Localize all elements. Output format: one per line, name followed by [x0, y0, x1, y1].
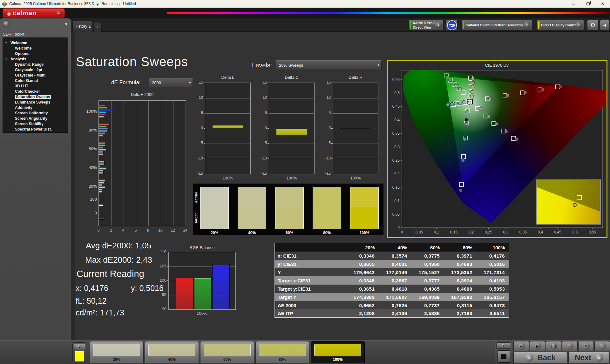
- minimize-button[interactable]: –: [566, 0, 581, 8]
- sidebar-item-color-gamut[interactable]: Color Gamut: [3, 78, 68, 84]
- meter-device-button[interactable]: X-Rite i1Pro 3 Direct View ▼: [409, 20, 444, 30]
- chevron-down-icon[interactable]: ▼: [435, 22, 442, 28]
- svg-text:0,35: 0,35: [392, 131, 400, 136]
- sidebar-item-3d-lut[interactable]: 3D LUT: [3, 84, 68, 89]
- table-cell: 173,5352: [444, 268, 477, 276]
- tab-add-button[interactable]: +: [93, 22, 102, 32]
- deltae-bar: [99, 105, 105, 107]
- pattern-button-80[interactable]: 80%: [255, 341, 309, 363]
- sidebar-item-grayscale-2pt[interactable]: Grayscale - 2pt: [3, 67, 68, 73]
- transport-play-button[interactable]: ▶: [530, 341, 545, 351]
- pattern-button-100[interactable]: 100%: [311, 341, 365, 363]
- restore-button[interactable]: [581, 0, 595, 8]
- deltae-group-label: 0: [83, 211, 97, 215]
- de-formula-label: dE Formula:: [111, 79, 141, 86]
- current-x: x: 0,4176: [76, 284, 108, 293]
- sidebar-item-screen-uniformity[interactable]: Screen Uniformity: [3, 111, 68, 116]
- window-title: Calman 2025 Calman Ultimate for Business…: [9, 2, 136, 6]
- swatch-20: [200, 187, 229, 229]
- delta-c-y-tick: -15: [258, 171, 267, 176]
- transport-stop-button[interactable]: ■: [513, 341, 529, 351]
- svg-text:0,55: 0,55: [392, 78, 400, 82]
- expander-icon[interactable]: ▾: [5, 57, 7, 62]
- sidebar-item-screen-stability[interactable]: Screen Stability: [3, 121, 68, 127]
- deltae-group-20: 20%: [99, 179, 186, 193]
- settings-button[interactable]: ⚙: [587, 20, 599, 30]
- pattern-window-button[interactable]: [498, 350, 510, 363]
- sidebar-item-saturation-sweeps[interactable]: Saturation Sweeps: [3, 94, 68, 100]
- sidebar-item-grayscale-multi[interactable]: Grayscale - Multi: [3, 73, 68, 78]
- pattern-button-60[interactable]: 60%: [200, 341, 254, 363]
- sidebar-item-welcome[interactable]: Welcome: [3, 46, 68, 51]
- delta-c-y-tick: 0: [258, 126, 267, 130]
- back-chevrons-icon: «: [525, 354, 533, 362]
- avg-de2000: Avg dE2000: 1,05: [86, 241, 151, 251]
- sidebar-item-options[interactable]: Options: [3, 51, 68, 57]
- svg-text:0,4: 0,4: [538, 230, 543, 234]
- table-row-target-y-cie31: Target y:CIE310,36510,40180,43650,46900,…: [275, 285, 509, 293]
- transport-series-button[interactable]: [··]: [546, 341, 561, 351]
- pattern-up-button[interactable]: ▲: [74, 344, 85, 350]
- deltae-x-tick: 0: [95, 228, 102, 233]
- deltae-bar: [99, 163, 105, 165]
- sidebar-item-dynamic-range[interactable]: Dynamic Range: [3, 62, 68, 67]
- table-cell: 0,3974: [444, 276, 477, 285]
- levels-dropdown[interactable]: 20% Sweeps ▼: [276, 60, 382, 70]
- sidebar-item-colorchecker[interactable]: ColorChecker: [3, 89, 68, 94]
- swatch-actual: [313, 187, 341, 207]
- close-button[interactable]: ×: [595, 0, 610, 8]
- meter-count-badge[interactable]: 720: [447, 20, 457, 30]
- panel-collapse-button[interactable]: ◀: [600, 20, 609, 30]
- chevron-down-icon[interactable]: ▼: [56, 10, 62, 16]
- chevron-down-icon[interactable]: ▼: [576, 22, 582, 28]
- svg-text:CIE 1976 u'v': CIE 1976 u'v': [485, 63, 510, 68]
- pattern-button-20[interactable]: 20%: [90, 341, 144, 363]
- delta-c-x-label: 100%: [269, 176, 315, 180]
- rgb-y-tick: 90: [157, 307, 166, 311]
- deltae-bar: [99, 116, 104, 118]
- sidebar: ◀ SDR Toolkit ▾WelcomeWelcomeOptions▾Ana…: [0, 18, 71, 340]
- sidebar-item-additivity[interactable]: Additivity: [3, 105, 68, 111]
- tab-history-1[interactable]: History 1: [72, 20, 93, 32]
- display-control-button[interactable]: Direct Display Control ▼: [537, 20, 584, 30]
- active-pattern-preview[interactable]: [75, 351, 84, 361]
- de-formula-dropdown[interactable]: 2000 ▼: [149, 78, 193, 87]
- table-col-header: 100%: [477, 243, 509, 252]
- delta-h-title: Delta H: [333, 75, 378, 80]
- pattern-swatch: [204, 344, 251, 356]
- transport-up-button[interactable]: ▲: [496, 342, 511, 349]
- sidebar-collapse-button[interactable]: ◀: [63, 20, 69, 27]
- table-col-header: 60%: [412, 243, 444, 252]
- chevron-down-icon[interactable]: ▼: [524, 22, 530, 28]
- blank-icon: [599, 343, 606, 350]
- deltae-bar: [99, 168, 106, 170]
- deltae-group-label: 20%: [83, 184, 97, 189]
- pattern-generator-button[interactable]: CalMAN Client 3 Pattern Generator ▼: [461, 20, 532, 30]
- table-cell: 0,8115: [444, 301, 477, 309]
- sidebar-item-spectral-power-dist[interactable]: Spectral Power Dist.: [3, 127, 68, 132]
- next-button[interactable]: Next »: [568, 352, 610, 363]
- de-formula-value: 2000: [149, 80, 161, 85]
- delta-h-x-label: 100%: [333, 176, 378, 180]
- delta-h-chart: [333, 83, 378, 174]
- sidebar-item-luminance-sweeps[interactable]: Luminance Sweeps: [3, 100, 68, 105]
- logo-row: ◈ calman ▼: [0, 8, 610, 18]
- sidebar-section-analysis[interactable]: ▾Analysis: [3, 57, 68, 62]
- pattern-button-40[interactable]: 40%: [145, 341, 199, 363]
- expander-icon[interactable]: ▾: [5, 40, 7, 46]
- deltae-x-tick: 8: [145, 228, 151, 233]
- sidebar-item-screen-angularity[interactable]: Screen Angularity: [3, 116, 68, 121]
- back-button[interactable]: « Back: [513, 352, 567, 363]
- transport-button-blank[interactable]: [594, 341, 610, 351]
- sidebar-options-button[interactable]: [3, 20, 10, 27]
- delta-c-y-tick: 5: [258, 111, 267, 115]
- calman-menu-button[interactable]: ◈ calman ▼: [3, 8, 65, 18]
- delta-l-y-tick: -5: [194, 141, 203, 145]
- delta-h-y-tick: 15: [322, 80, 331, 84]
- transport-infinity-button[interactable]: ∞: [562, 341, 578, 351]
- transport-refresh-button[interactable]: ↻: [578, 341, 594, 351]
- swatch-actual: [200, 187, 228, 207]
- table-cell: 179,6642: [347, 268, 379, 276]
- rgb-balance-title: RGB Balance: [168, 245, 236, 250]
- sidebar-section-welcome[interactable]: ▾Welcome: [3, 40, 68, 46]
